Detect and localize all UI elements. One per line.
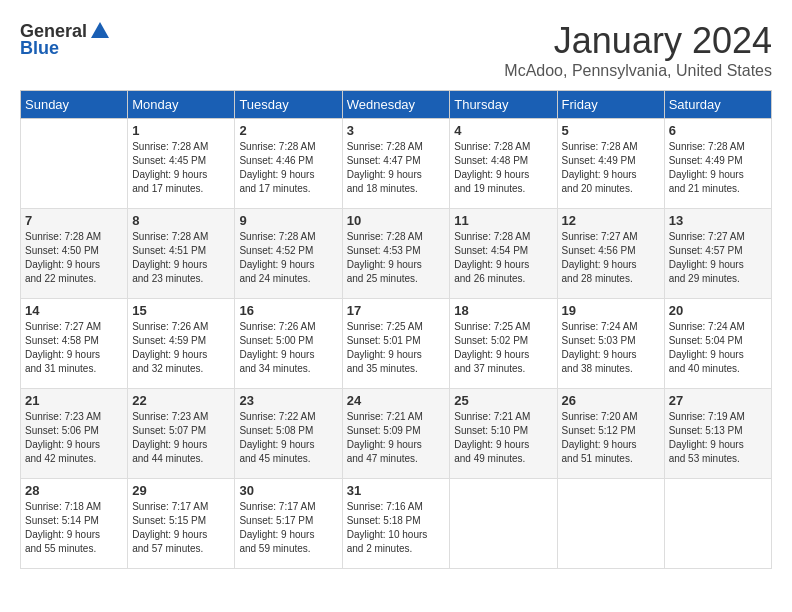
day-info: Sunrise: 7:28 AM Sunset: 4:49 PM Dayligh…	[562, 140, 660, 196]
calendar-cell: 21Sunrise: 7:23 AM Sunset: 5:06 PM Dayli…	[21, 389, 128, 479]
day-number: 17	[347, 303, 446, 318]
header: General Blue January 2024 McAdoo, Pennsy…	[20, 20, 772, 80]
day-number: 16	[239, 303, 337, 318]
calendar-cell: 13Sunrise: 7:27 AM Sunset: 4:57 PM Dayli…	[664, 209, 771, 299]
month-title: January 2024	[504, 20, 772, 62]
calendar-cell	[450, 479, 557, 569]
day-number: 6	[669, 123, 767, 138]
day-info: Sunrise: 7:28 AM Sunset: 4:52 PM Dayligh…	[239, 230, 337, 286]
header-day-tuesday: Tuesday	[235, 91, 342, 119]
calendar-cell	[557, 479, 664, 569]
calendar-cell: 29Sunrise: 7:17 AM Sunset: 5:15 PM Dayli…	[128, 479, 235, 569]
day-number: 29	[132, 483, 230, 498]
calendar-cell: 31Sunrise: 7:16 AM Sunset: 5:18 PM Dayli…	[342, 479, 450, 569]
day-number: 12	[562, 213, 660, 228]
calendar-cell: 23Sunrise: 7:22 AM Sunset: 5:08 PM Dayli…	[235, 389, 342, 479]
logo-blue-text: Blue	[20, 38, 59, 59]
header-row: SundayMondayTuesdayWednesdayThursdayFrid…	[21, 91, 772, 119]
day-number: 1	[132, 123, 230, 138]
calendar-cell: 28Sunrise: 7:18 AM Sunset: 5:14 PM Dayli…	[21, 479, 128, 569]
day-info: Sunrise: 7:28 AM Sunset: 4:50 PM Dayligh…	[25, 230, 123, 286]
day-info: Sunrise: 7:23 AM Sunset: 5:07 PM Dayligh…	[132, 410, 230, 466]
header-day-wednesday: Wednesday	[342, 91, 450, 119]
day-info: Sunrise: 7:26 AM Sunset: 4:59 PM Dayligh…	[132, 320, 230, 376]
calendar-cell: 1Sunrise: 7:28 AM Sunset: 4:45 PM Daylig…	[128, 119, 235, 209]
day-number: 22	[132, 393, 230, 408]
day-number: 4	[454, 123, 552, 138]
day-info: Sunrise: 7:16 AM Sunset: 5:18 PM Dayligh…	[347, 500, 446, 556]
header-day-monday: Monday	[128, 91, 235, 119]
day-info: Sunrise: 7:28 AM Sunset: 4:47 PM Dayligh…	[347, 140, 446, 196]
day-info: Sunrise: 7:26 AM Sunset: 5:00 PM Dayligh…	[239, 320, 337, 376]
day-number: 11	[454, 213, 552, 228]
day-info: Sunrise: 7:18 AM Sunset: 5:14 PM Dayligh…	[25, 500, 123, 556]
calendar-cell: 26Sunrise: 7:20 AM Sunset: 5:12 PM Dayli…	[557, 389, 664, 479]
day-info: Sunrise: 7:24 AM Sunset: 5:03 PM Dayligh…	[562, 320, 660, 376]
day-info: Sunrise: 7:23 AM Sunset: 5:06 PM Dayligh…	[25, 410, 123, 466]
calendar-cell: 5Sunrise: 7:28 AM Sunset: 4:49 PM Daylig…	[557, 119, 664, 209]
calendar-cell: 10Sunrise: 7:28 AM Sunset: 4:53 PM Dayli…	[342, 209, 450, 299]
calendar-cell: 25Sunrise: 7:21 AM Sunset: 5:10 PM Dayli…	[450, 389, 557, 479]
title-area: January 2024 McAdoo, Pennsylvania, Unite…	[504, 20, 772, 80]
day-info: Sunrise: 7:17 AM Sunset: 5:15 PM Dayligh…	[132, 500, 230, 556]
day-info: Sunrise: 7:28 AM Sunset: 4:53 PM Dayligh…	[347, 230, 446, 286]
day-number: 23	[239, 393, 337, 408]
day-info: Sunrise: 7:28 AM Sunset: 4:51 PM Dayligh…	[132, 230, 230, 286]
calendar-cell: 17Sunrise: 7:25 AM Sunset: 5:01 PM Dayli…	[342, 299, 450, 389]
header-day-sunday: Sunday	[21, 91, 128, 119]
calendar-cell: 20Sunrise: 7:24 AM Sunset: 5:04 PM Dayli…	[664, 299, 771, 389]
day-number: 28	[25, 483, 123, 498]
day-number: 15	[132, 303, 230, 318]
calendar-table: SundayMondayTuesdayWednesdayThursdayFrid…	[20, 90, 772, 569]
day-number: 20	[669, 303, 767, 318]
day-number: 21	[25, 393, 123, 408]
calendar-cell: 6Sunrise: 7:28 AM Sunset: 4:49 PM Daylig…	[664, 119, 771, 209]
day-number: 30	[239, 483, 337, 498]
day-info: Sunrise: 7:28 AM Sunset: 4:48 PM Dayligh…	[454, 140, 552, 196]
day-info: Sunrise: 7:20 AM Sunset: 5:12 PM Dayligh…	[562, 410, 660, 466]
day-info: Sunrise: 7:21 AM Sunset: 5:09 PM Dayligh…	[347, 410, 446, 466]
day-number: 8	[132, 213, 230, 228]
calendar-cell: 15Sunrise: 7:26 AM Sunset: 4:59 PM Dayli…	[128, 299, 235, 389]
day-info: Sunrise: 7:17 AM Sunset: 5:17 PM Dayligh…	[239, 500, 337, 556]
calendar-cell: 24Sunrise: 7:21 AM Sunset: 5:09 PM Dayli…	[342, 389, 450, 479]
day-number: 27	[669, 393, 767, 408]
day-info: Sunrise: 7:25 AM Sunset: 5:02 PM Dayligh…	[454, 320, 552, 376]
day-number: 26	[562, 393, 660, 408]
header-day-friday: Friday	[557, 91, 664, 119]
day-number: 14	[25, 303, 123, 318]
calendar-cell	[664, 479, 771, 569]
day-info: Sunrise: 7:19 AM Sunset: 5:13 PM Dayligh…	[669, 410, 767, 466]
day-number: 3	[347, 123, 446, 138]
calendar-cell: 22Sunrise: 7:23 AM Sunset: 5:07 PM Dayli…	[128, 389, 235, 479]
calendar-cell: 7Sunrise: 7:28 AM Sunset: 4:50 PM Daylig…	[21, 209, 128, 299]
calendar-cell: 11Sunrise: 7:28 AM Sunset: 4:54 PM Dayli…	[450, 209, 557, 299]
day-info: Sunrise: 7:27 AM Sunset: 4:58 PM Dayligh…	[25, 320, 123, 376]
day-number: 24	[347, 393, 446, 408]
day-info: Sunrise: 7:27 AM Sunset: 4:56 PM Dayligh…	[562, 230, 660, 286]
day-number: 13	[669, 213, 767, 228]
header-day-saturday: Saturday	[664, 91, 771, 119]
calendar-cell: 4Sunrise: 7:28 AM Sunset: 4:48 PM Daylig…	[450, 119, 557, 209]
logo-icon	[89, 20, 111, 42]
day-number: 25	[454, 393, 552, 408]
week-row-4: 28Sunrise: 7:18 AM Sunset: 5:14 PM Dayli…	[21, 479, 772, 569]
day-number: 18	[454, 303, 552, 318]
header-day-thursday: Thursday	[450, 91, 557, 119]
location: McAdoo, Pennsylvania, United States	[504, 62, 772, 80]
calendar-cell: 16Sunrise: 7:26 AM Sunset: 5:00 PM Dayli…	[235, 299, 342, 389]
week-row-1: 7Sunrise: 7:28 AM Sunset: 4:50 PM Daylig…	[21, 209, 772, 299]
day-info: Sunrise: 7:28 AM Sunset: 4:46 PM Dayligh…	[239, 140, 337, 196]
day-number: 9	[239, 213, 337, 228]
calendar-cell: 14Sunrise: 7:27 AM Sunset: 4:58 PM Dayli…	[21, 299, 128, 389]
calendar-cell: 2Sunrise: 7:28 AM Sunset: 4:46 PM Daylig…	[235, 119, 342, 209]
week-row-2: 14Sunrise: 7:27 AM Sunset: 4:58 PM Dayli…	[21, 299, 772, 389]
day-info: Sunrise: 7:28 AM Sunset: 4:45 PM Dayligh…	[132, 140, 230, 196]
calendar-cell: 8Sunrise: 7:28 AM Sunset: 4:51 PM Daylig…	[128, 209, 235, 299]
day-number: 2	[239, 123, 337, 138]
calendar-cell: 18Sunrise: 7:25 AM Sunset: 5:02 PM Dayli…	[450, 299, 557, 389]
calendar-cell	[21, 119, 128, 209]
day-number: 5	[562, 123, 660, 138]
calendar-cell: 9Sunrise: 7:28 AM Sunset: 4:52 PM Daylig…	[235, 209, 342, 299]
day-info: Sunrise: 7:28 AM Sunset: 4:49 PM Dayligh…	[669, 140, 767, 196]
